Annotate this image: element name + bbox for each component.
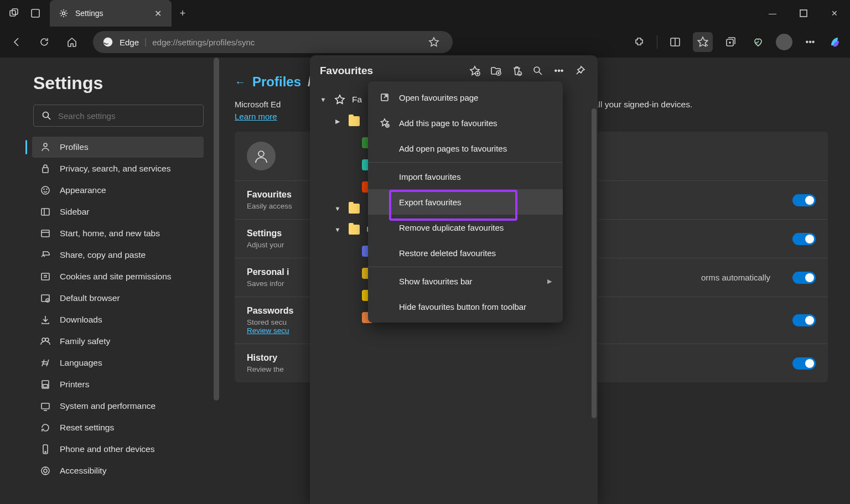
svg-point-12 [44, 143, 47, 147]
menu-item-add-open-pages-to-favourites[interactable]: Add open pages to favourites [368, 136, 563, 161]
svg-point-27 [45, 338, 49, 341]
svg-rect-2 [32, 9, 39, 17]
extensions-icon[interactable] [629, 32, 649, 52]
address-bar[interactable]: Edge | edge://settings/profiles/sync [93, 31, 453, 53]
sidebar-item-start-home-and-new-tabs[interactable]: Start, home, and new tabs [32, 223, 204, 244]
svg-rect-0 [10, 11, 15, 16]
refresh-button[interactable] [34, 32, 54, 52]
svg-point-14 [42, 186, 49, 194]
sidebar-item-printers[interactable]: Printers [32, 374, 204, 395]
toolbar: Edge | edge://settings/profiles/sync ••• [0, 27, 850, 58]
profile-avatar[interactable] [776, 34, 792, 50]
address-brand: Edge [120, 38, 139, 47]
more-menu-icon[interactable]: ••• [800, 32, 820, 52]
svg-rect-13 [43, 168, 48, 173]
search-favourites-icon[interactable] [530, 63, 546, 79]
collections-icon[interactable] [721, 32, 740, 52]
search-settings-box[interactable] [33, 105, 204, 127]
favourites-context-menu: Open favourites pageAdd this page to fav… [368, 81, 563, 323]
toggle-switch[interactable] [792, 233, 816, 245]
performance-icon[interactable] [748, 32, 768, 52]
tab-actions-icon[interactable] [29, 7, 42, 20]
copilot-icon[interactable] [828, 34, 843, 50]
svg-point-15 [44, 189, 44, 190]
menu-item-remove-duplicate-favourites[interactable]: Remove duplicate favourites [368, 215, 563, 240]
new-tab-button[interactable]: + [172, 0, 194, 27]
sidebar-item-profiles[interactable]: Profiles [32, 137, 204, 158]
favourites-more-icon[interactable]: ••• [551, 63, 567, 79]
sidebar-item-label: Profiles [60, 142, 89, 152]
favourites-panel-title: Favourites [320, 65, 462, 77]
chevron-down-icon: ▼ [333, 226, 342, 233]
menu-item-hide-favourites-button-from-toolbar[interactable]: Hide favourites button from toolbar [368, 294, 563, 319]
favourite-star-icon[interactable] [424, 32, 444, 52]
sidebar-item-system-and-performance[interactable]: System and performance [32, 396, 204, 417]
review-link[interactable]: Review secu [247, 326, 289, 335]
edge-logo-icon [102, 36, 114, 48]
svg-point-3 [63, 12, 65, 15]
sidebar-icon [40, 401, 51, 412]
breadcrumb-back-icon[interactable]: ← [235, 76, 246, 89]
menu-item-restore-deleted-favourites[interactable]: Restore deleted favourites [368, 240, 563, 266]
address-divider: | [144, 37, 147, 47]
favourites-scrollbar[interactable] [592, 108, 597, 418]
svg-rect-30 [42, 403, 49, 409]
close-window-button[interactable]: ✕ [819, 0, 850, 27]
split-screen-icon[interactable] [665, 32, 685, 52]
add-folder-icon[interactable] [488, 63, 504, 79]
browser-tab[interactable]: Settings ✕ [50, 0, 172, 27]
sidebar-item-label: Accessibility [60, 466, 106, 476]
sidebar-item-accessibility[interactable]: Accessibility [32, 460, 204, 481]
menu-item-label: Export favourites [399, 198, 462, 207]
folder-icon [349, 204, 360, 214]
sidebar-item-sidebar[interactable]: Sidebar [32, 201, 204, 222]
add-favourite-icon[interactable] [467, 63, 483, 79]
sidebar-scrollbar[interactable] [214, 58, 219, 401]
sidebar-item-privacy-search-and-services[interactable]: Privacy, search, and services [32, 158, 204, 179]
submenu-arrow-icon: ▶ [547, 278, 552, 285]
sidebar-item-reset-settings[interactable]: Reset settings [32, 417, 204, 438]
toggle-switch[interactable] [792, 314, 816, 326]
minimize-button[interactable]: — [757, 0, 788, 27]
sidebar-item-languages[interactable]: Languages [32, 352, 204, 373]
svg-point-5 [103, 38, 113, 47]
home-button[interactable] [62, 32, 82, 52]
sidebar-title: Settings [33, 73, 204, 93]
titlebar: Settings ✕ + — ✕ [0, 0, 850, 27]
sidebar-item-phone-and-other-devices[interactable]: Phone and other devices [32, 439, 204, 460]
svg-rect-29 [43, 385, 48, 387]
svg-point-16 [46, 189, 47, 190]
sidebar-item-downloads[interactable]: Downloads [32, 309, 204, 330]
favourites-button[interactable] [693, 32, 713, 52]
menu-item-import-favourites[interactable]: Import favourites [368, 164, 563, 189]
menu-item-label: Remove duplicate favourites [399, 223, 504, 232]
workspaces-icon[interactable] [8, 7, 21, 20]
close-tab-button[interactable]: ✕ [153, 8, 163, 18]
svg-point-33 [42, 467, 49, 475]
menu-item-open-favourites-page[interactable]: Open favourites page [368, 85, 563, 110]
sidebar-item-appearance[interactable]: Appearance [32, 180, 204, 201]
svg-point-10 [43, 112, 49, 118]
svg-point-34 [44, 469, 47, 472]
sidebar-item-default-browser[interactable]: Default browser [32, 288, 204, 309]
sidebar-item-label: Cookies and site permissions [60, 272, 172, 282]
sidebar-item-cookies-and-site-permissions[interactable]: Cookies and site permissions [32, 266, 204, 287]
tab-title: Settings [75, 9, 146, 18]
delete-favourite-icon[interactable] [509, 63, 525, 79]
back-button[interactable] [7, 32, 27, 52]
menu-item-show-favourites-bar[interactable]: Show favourites bar▶ [368, 268, 563, 294]
toggle-switch[interactable] [792, 194, 816, 206]
breadcrumb-profiles-link[interactable]: Profiles [252, 74, 301, 90]
sidebar-item-family-safety[interactable]: Family safety [32, 331, 204, 352]
chevron-down-icon: ▼ [333, 205, 342, 212]
toggle-switch[interactable] [792, 357, 816, 370]
search-input[interactable] [58, 111, 195, 121]
toggle-switch[interactable] [792, 272, 816, 284]
menu-item-add-this-page-to-favourites[interactable]: Add this page to favourites [368, 110, 563, 136]
learn-more-link[interactable]: Learn more [235, 112, 277, 121]
menu-item-export-favourites[interactable]: Export favourites [368, 189, 563, 215]
maximize-button[interactable] [788, 0, 819, 27]
sidebar-item-share-copy-and-paste[interactable]: Share, copy and paste [32, 245, 204, 266]
pin-icon[interactable] [572, 63, 588, 79]
favourites-bar-label: Fa [352, 95, 362, 105]
